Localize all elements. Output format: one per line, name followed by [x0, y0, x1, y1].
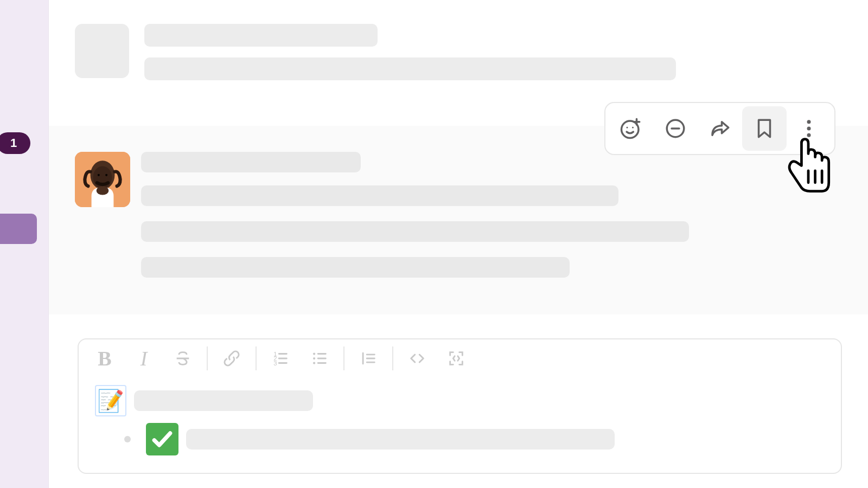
svg-point-11: [98, 174, 100, 176]
code-block-button[interactable]: [437, 343, 476, 374]
blockquote-button[interactable]: [349, 343, 388, 374]
blockquote-icon: [359, 349, 378, 368]
text-placeholder: [141, 185, 618, 206]
italic-button[interactable]: I: [124, 343, 163, 374]
reply-thread-button[interactable]: [653, 106, 698, 151]
svg-point-16: [313, 352, 315, 355]
message-actions-toolbar: [604, 102, 835, 155]
workspace-sidebar[interactable]: 1: [0, 0, 49, 488]
bullet-list-button[interactable]: [300, 343, 339, 374]
svg-point-5: [807, 127, 811, 131]
svg-point-6: [807, 133, 811, 137]
text-placeholder: [141, 257, 570, 278]
composer-draft-area[interactable]: 📝: [79, 377, 841, 473]
text-placeholder: [134, 390, 313, 411]
notification-badge: 1: [0, 132, 30, 154]
message-composer[interactable]: B I 1 2: [78, 338, 842, 474]
ordered-list-button[interactable]: 1 2 3: [261, 343, 300, 374]
toolbar-divider: [392, 346, 393, 370]
svg-point-2: [632, 127, 634, 129]
svg-point-1: [627, 127, 628, 129]
svg-text:3: 3: [273, 360, 277, 367]
svg-point-12: [105, 174, 107, 176]
bookmark-icon: [753, 117, 776, 140]
sidebar-active-item[interactable]: [0, 214, 37, 244]
link-icon: [222, 349, 241, 368]
code-button[interactable]: [398, 343, 437, 374]
svg-point-4: [807, 120, 811, 124]
kebab-icon: [797, 117, 820, 140]
bullet-marker: [124, 436, 131, 442]
memo-emoji-icon: 📝: [95, 385, 126, 416]
bullet-list-icon: [310, 349, 329, 368]
emoji-plus-icon: [620, 117, 642, 140]
save-bookmark-button[interactable]: [742, 106, 787, 151]
text-placeholder: [186, 429, 615, 450]
user-avatar[interactable]: [75, 152, 130, 207]
text-placeholder: [141, 221, 689, 242]
share-message-button[interactable]: [698, 106, 742, 151]
share-arrow-icon: [709, 117, 731, 140]
bold-button[interactable]: B: [85, 343, 124, 374]
speech-bubble-icon: [664, 117, 687, 140]
code-icon: [408, 349, 426, 368]
svg-point-18: [313, 362, 315, 364]
check-emoji-icon: [146, 423, 178, 455]
svg-point-10: [97, 186, 108, 195]
toolbar-divider: [256, 346, 257, 370]
text-placeholder: [144, 24, 378, 47]
text-placeholder: [141, 152, 361, 172]
channel-pane: B I 1 2: [49, 0, 868, 488]
toolbar-divider: [207, 346, 208, 370]
strikethrough-icon: [174, 349, 192, 368]
more-actions-button[interactable]: [787, 106, 831, 151]
strikethrough-button[interactable]: [163, 343, 202, 374]
text-placeholder: [144, 57, 676, 80]
toolbar-divider: [343, 346, 344, 370]
code-block-icon: [447, 349, 465, 368]
svg-point-17: [313, 357, 315, 359]
ordered-list-icon: 1 2 3: [271, 349, 290, 368]
link-button[interactable]: [212, 343, 251, 374]
add-reaction-button[interactable]: [609, 106, 653, 151]
avatar-placeholder: [75, 24, 129, 78]
formatting-toolbar: B I 1 2: [79, 339, 841, 377]
